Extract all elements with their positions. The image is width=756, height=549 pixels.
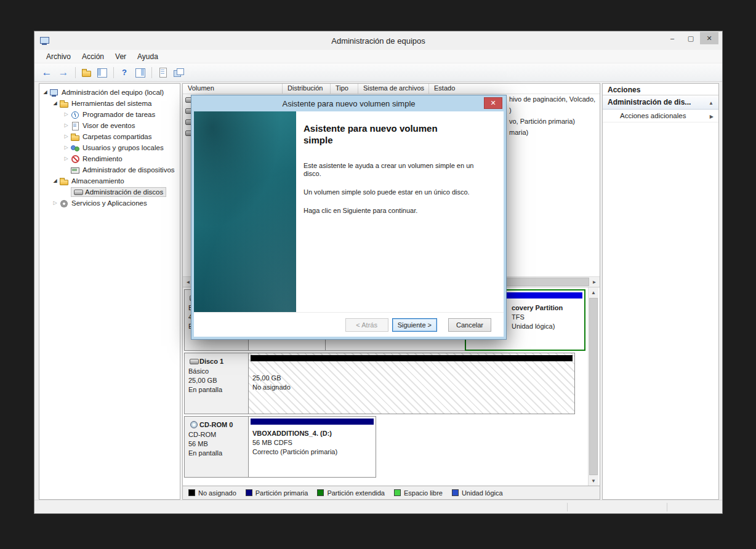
close-button[interactable]: ✕: [700, 32, 718, 44]
expand-icon[interactable]: [63, 131, 70, 142]
tree-item-programador-tareas[interactable]: Programador de tareas: [39, 109, 180, 120]
legend-swatch: [317, 489, 324, 496]
wizard-title-bar: Asistente para nuevo volumen simple ✕: [194, 95, 504, 111]
collapse-chevron-icon[interactable]: [709, 98, 714, 106]
services-icon: [60, 199, 68, 207]
tree-item-rendimiento[interactable]: Rendimiento: [39, 153, 180, 164]
wizard-close-button[interactable]: ✕: [484, 97, 502, 109]
wizard-heading: Asistente para nuevo volumen simple: [304, 122, 457, 146]
actions-pane: Acciones Administración de dis... Accion…: [602, 83, 719, 500]
volume-row-status-fragment: vo, Partición primaria): [509, 118, 575, 125]
menu-archivo[interactable]: Archivo: [41, 51, 76, 62]
actions-header: Acciones: [603, 84, 718, 95]
unallocated-band: [251, 355, 573, 361]
console-tree-icon[interactable]: [97, 68, 108, 78]
tree-item-almacenamiento[interactable]: Almacenamiento: [39, 175, 180, 186]
partition-legend: No asignado Partición primaria Partición…: [183, 486, 600, 499]
column-tipo[interactable]: Tipo: [331, 84, 358, 94]
column-sistema-archivos[interactable]: Sistema de archivos: [358, 84, 429, 94]
tree-item-carpetas-compartidas[interactable]: Carpetas compartidas: [39, 131, 180, 142]
expand-icon[interactable]: [63, 153, 70, 164]
computer-icon: [50, 89, 58, 97]
legend-swatch: [394, 489, 401, 496]
wizard-banner-image: [194, 111, 296, 312]
system-tools-icon: [60, 100, 68, 108]
cd-icon: [190, 420, 198, 428]
scroll-right-icon[interactable]: [589, 277, 600, 287]
tree-item-admin-discos[interactable]: Administración de discos: [39, 186, 180, 198]
legend-swatch: [452, 489, 459, 496]
volume-row-status-fragment: maria): [509, 129, 528, 136]
help-icon[interactable]: [119, 68, 131, 78]
tree-item-admin-dispositivos[interactable]: Administrador de dispositivos: [39, 164, 180, 175]
disk1-label[interactable]: Disco 1 Básico 25,00 GB En pantalla: [184, 353, 249, 414]
tree-item-usuarios-grupos[interactable]: Usuarios y grupos locales: [39, 142, 180, 153]
console-tree: Administración del equipo (local) Herram…: [39, 83, 180, 500]
statusbar-separator: [567, 503, 568, 511]
legend-espacio-libre: Espacio libre: [394, 489, 443, 497]
snapin-icon[interactable]: [173, 68, 184, 78]
menu-ver[interactable]: Ver: [110, 51, 132, 62]
maximize-button[interactable]: ▢: [682, 32, 700, 44]
event-viewer-icon: [71, 122, 79, 130]
primary-partition-band: [251, 419, 374, 425]
menu-ayuda[interactable]: Ayuda: [132, 51, 164, 62]
wizard-title: Asistente para nuevo volumen simple: [282, 99, 415, 108]
expand-icon[interactable]: [63, 109, 70, 120]
users-groups-icon: [71, 144, 79, 152]
status-bar: [34, 500, 722, 513]
forward-icon[interactable]: →: [57, 66, 70, 79]
shared-folders-icon: [71, 133, 79, 141]
column-estado[interactable]: Estado: [429, 84, 600, 94]
scroll-up-icon[interactable]: [589, 287, 598, 297]
disk-icon: [190, 357, 198, 365]
legend-swatch: [188, 489, 195, 496]
actions-group-disk-management[interactable]: Administración de dis...: [603, 95, 718, 110]
collapse-icon[interactable]: [42, 87, 49, 98]
title-bar: Administración de equipos – ▢ ✕: [34, 31, 722, 50]
cancel-button[interactable]: Cancelar: [448, 318, 491, 332]
volume-row-status-fragment: hivo de paginación, Volcado,: [509, 95, 595, 103]
volume-row-status-fragment: ): [509, 106, 512, 114]
column-volumen[interactable]: Volumen: [183, 84, 283, 94]
next-button[interactable]: Siguiente >: [392, 318, 437, 332]
collapse-icon[interactable]: [52, 175, 58, 186]
performance-icon: [71, 155, 79, 163]
scrollbar-thumb[interactable]: [589, 298, 598, 475]
menu-bar: Archivo Acción Ver Ayuda: [34, 50, 722, 63]
tree-item-servicios-aplicaciones[interactable]: Servicios y Aplicaciones: [39, 198, 180, 209]
minimize-button[interactable]: –: [663, 32, 682, 44]
menu-accion[interactable]: Acción: [76, 51, 110, 62]
back-button[interactable]: < Atrás: [345, 318, 388, 332]
tree-item-equipo-local[interactable]: Administración del equipo (local): [39, 87, 180, 98]
actions-item-adicionales[interactable]: Acciones adicionales: [603, 110, 718, 122]
wizard-paragraph-1: Este asistente le ayuda a crear un volum…: [304, 162, 488, 178]
tree-item-visor-eventos[interactable]: Visor de eventos: [39, 120, 180, 131]
wizard-content: Asistente para nuevo volumen simple Este…: [296, 111, 504, 312]
vertical-scrollbar: [588, 287, 598, 486]
action-pane-icon[interactable]: [135, 68, 146, 78]
volume-list-header: Volumen Distribución Tipo Sistema de arc…: [183, 84, 600, 94]
disk-management-icon: [74, 188, 82, 196]
collapse-icon[interactable]: [52, 98, 58, 109]
up-folder-icon[interactable]: [81, 68, 92, 78]
wizard-paragraph-2: Un volumen simple solo puede estar en un…: [304, 188, 488, 196]
expand-icon[interactable]: [63, 142, 70, 153]
cdrom-partition[interactable]: VBOXADDITIONS_4. (D:) 56 MB CDFS Correct…: [248, 416, 376, 478]
back-icon[interactable]: ←: [41, 66, 53, 79]
device-manager-icon: [71, 166, 79, 174]
column-distribucion[interactable]: Distribución: [283, 84, 331, 94]
expand-icon[interactable]: [52, 198, 58, 209]
disk1-unallocated-space[interactable]: 25,00 GB No asignado: [248, 353, 575, 414]
tree-item-herramientas[interactable]: Herramientas del sistema: [39, 98, 180, 109]
desktop: Administración de equipos – ▢ ✕ Archivo …: [0, 0, 756, 549]
export-list-icon[interactable]: [158, 68, 169, 78]
toolbar-separator: [151, 67, 152, 78]
cdrom-label[interactable]: CD-ROM 0 CD-ROM 56 MB En pantalla: [184, 416, 249, 478]
submenu-arrow-icon: [710, 112, 714, 119]
scroll-down-icon[interactable]: [589, 476, 598, 486]
cdrom-row: CD-ROM 0 CD-ROM 56 MB En pantalla VBOXAD…: [184, 416, 586, 478]
expand-icon[interactable]: [63, 120, 70, 131]
wizard-footer: < Atrás Siguiente > Cancelar: [194, 312, 504, 337]
legend-unidad-logica: Unidad lógica: [452, 489, 503, 497]
